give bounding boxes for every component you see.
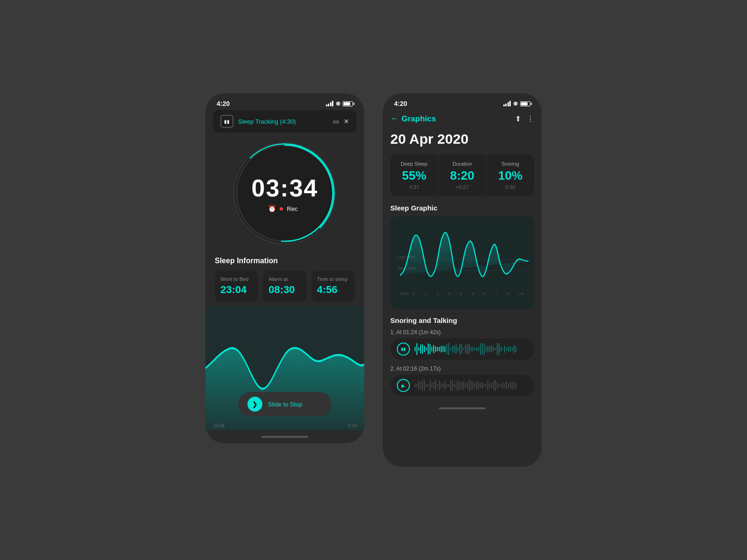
svg-text:4: 4 <box>460 292 462 296</box>
sleep-graphic-card: Light Sleep Deep Sleep 23:04 0 1 2 3 4 5… <box>390 217 534 309</box>
stat-sub-2: 0:50 <box>491 184 529 190</box>
stat-value-1: 8:20 <box>443 168 481 183</box>
date-text: 20 Apr 2020 <box>390 131 534 147</box>
info-card-went-to-bed: Went to Bed 23:04 <box>215 271 258 301</box>
right-home-indicator <box>383 402 542 415</box>
left-time: 4:20 <box>217 100 230 107</box>
nav-bar: ← Graphics ⬆ ⋮ <box>383 110 542 129</box>
right-home-bar <box>439 407 486 409</box>
wifi-icon: ⊛ <box>336 100 340 107</box>
circle-timer-area: 03:34 ⏰ Rec <box>205 133 364 249</box>
svg-text:7:24: 7:24 <box>517 292 524 296</box>
scene: 4:20 ⊛ ▮▮ Sleep Tracking (4:30) ▭ ✕ <box>187 65 560 495</box>
stat-deep-sleep: Deep Sleep 55% 4:37 <box>390 154 438 196</box>
info-cards: Went to Bed 23:04 Alarm at 08:30 Time to… <box>215 271 355 301</box>
stat-label-0: Deep Sleep <box>395 161 433 167</box>
waveform-2 <box>415 378 528 392</box>
battery-icon <box>343 101 353 106</box>
sleep-info-section: Sleep Information Went to Bed 23:04 Alar… <box>205 249 364 306</box>
stat-value-2: 10% <box>491 168 529 183</box>
snoring-item-2: 2. At 02:16 (2m 17s) ▶ <box>390 365 534 396</box>
svg-text:2: 2 <box>437 292 438 296</box>
svg-text:7: 7 <box>495 292 497 296</box>
slide-arrow-icon[interactable]: ❯ <box>247 397 262 412</box>
left-status-icons: ⊛ <box>326 100 353 107</box>
right-signal-icon <box>503 101 511 106</box>
wave-section: 23:04 3:34 ❯ Slide to Stop <box>205 306 364 430</box>
play-button-2[interactable]: ▶ <box>397 379 410 392</box>
svg-text:0: 0 <box>413 292 415 296</box>
signal-icon <box>326 101 334 106</box>
stat-value-0: 55% <box>395 168 433 183</box>
waveform-1 <box>415 342 528 356</box>
sleep-graphic-svg: Light Sleep Deep Sleep 23:04 0 1 2 3 4 5… <box>396 222 529 301</box>
info-value-1: 08:30 <box>268 284 301 296</box>
left-home-bar <box>261 436 308 438</box>
wave-times: 23:04 3:34 <box>205 421 364 430</box>
snoring-label-1: 2. At 02:16 (2m 17s) <box>390 365 534 372</box>
nav-left: ← Graphics <box>390 114 436 124</box>
snoring-item-1: 1. At 01:24 (1m 42s) ▮▮ <box>390 329 534 360</box>
notification-bar[interactable]: ▮▮ Sleep Tracking (4:30) ▭ ✕ <box>213 110 357 133</box>
phone-left: 4:20 ⊛ ▮▮ Sleep Tracking (4:30) ▭ ✕ <box>205 93 364 443</box>
svg-text:23:04: 23:04 <box>400 292 409 296</box>
info-value-2: 4:56 <box>317 284 349 296</box>
svg-text:3: 3 <box>448 292 450 296</box>
notification-icons: ▭ ✕ <box>333 118 349 125</box>
info-label-1: Alarm at <box>268 276 301 282</box>
info-card-time-to-sleep: Time to sleep 4:56 <box>311 271 355 301</box>
close-icon[interactable]: ✕ <box>344 118 349 125</box>
snoring-player-2[interactable]: ▶ <box>390 375 534 396</box>
snoring-title: Snoring and Talking <box>390 316 534 324</box>
right-wifi-icon: ⊛ <box>513 100 518 107</box>
notification-title: Sleep Tracking (4:30) <box>238 118 328 125</box>
info-card-alarm: Alarm at 08:30 <box>263 271 306 301</box>
right-status-icons: ⊛ <box>503 100 531 107</box>
info-label-0: Went to Bed <box>220 276 253 282</box>
date-section: 20 Apr 2020 <box>383 129 542 154</box>
info-value-0: 23:04 <box>220 284 253 296</box>
right-status-bar: 4:20 ⊛ <box>383 93 542 110</box>
sleep-graphic-title: Sleep Graphic <box>383 204 542 217</box>
share-icon[interactable]: ⬆ <box>515 114 521 123</box>
nav-title: Graphics <box>402 114 436 124</box>
pause-button[interactable]: ▮▮ <box>220 115 233 128</box>
external-link-icon[interactable]: ▭ <box>333 118 339 125</box>
stat-snoring: Snoring 10% 0:50 <box>486 154 534 196</box>
right-battery-icon <box>520 101 530 106</box>
slide-label: Slide to Stop <box>268 401 303 408</box>
wave-time-end: 3:34 <box>348 423 357 428</box>
right-time: 4:20 <box>394 100 407 107</box>
nav-right: ⬆ ⋮ <box>515 114 534 123</box>
sleep-info-title: Sleep Information <box>215 257 355 265</box>
stat-label-1: Duration <box>443 161 481 167</box>
left-status-bar: 4:20 ⊛ <box>205 93 364 110</box>
stat-duration: Duration 8:20 +0:27 <box>438 154 486 196</box>
wave-time-start: 23:04 <box>213 423 225 428</box>
snoring-section: Snoring and Talking 1. At 01:24 (1m 42s)… <box>383 316 542 396</box>
back-arrow-icon[interactable]: ← <box>390 114 399 124</box>
stat-sub-1: +0:27 <box>443 184 481 190</box>
circle-ring: 03:34 ⏰ Rec <box>233 142 336 245</box>
svg-text:6: 6 <box>483 292 485 296</box>
snoring-label-0: 1. At 01:24 (1m 42s) <box>390 329 534 336</box>
pause-button-1[interactable]: ▮▮ <box>397 343 410 356</box>
svg-text:5: 5 <box>472 292 474 296</box>
svg-text:8: 8 <box>507 292 509 296</box>
more-icon[interactable]: ⋮ <box>527 114 534 123</box>
slide-to-stop-bar[interactable]: ❯ Slide to Stop <box>238 392 331 416</box>
phone-right: 4:20 ⊛ ← Graphics ⬆ ⋮ 20 Apr 2020 <box>383 93 542 467</box>
info-label-2: Time to sleep <box>317 276 349 282</box>
left-home-indicator <box>205 430 364 443</box>
stat-label-2: Snoring <box>491 161 529 167</box>
svg-text:1: 1 <box>425 292 427 296</box>
snoring-player-1[interactable]: ▮▮ <box>390 338 534 360</box>
stat-sub-0: 4:37 <box>395 184 433 190</box>
stats-row: Deep Sleep 55% 4:37 Duration 8:20 +0:27 … <box>390 154 534 196</box>
